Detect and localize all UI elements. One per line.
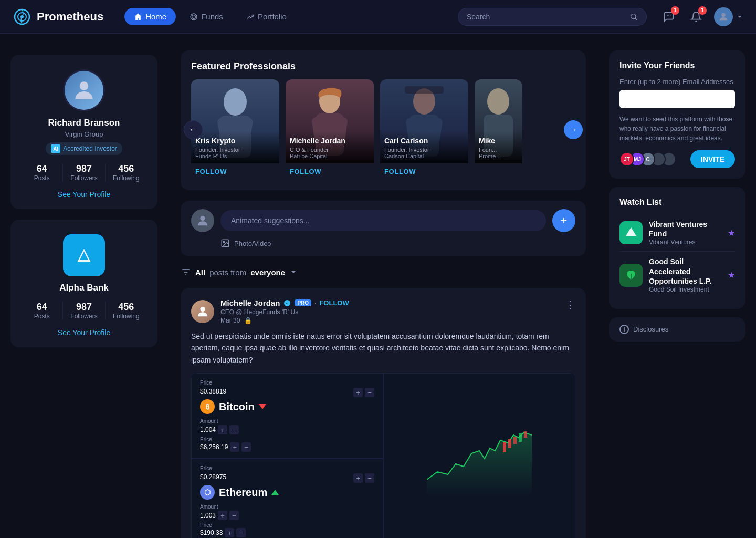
watchlist-card: Watch List Vibrant Ventures Fund Vibrant… [609, 187, 746, 309]
eth-amount-val: 1.003 [200, 512, 216, 519]
vibrant-ventures-icon [624, 225, 638, 240]
btc-price2-plus[interactable]: + [230, 442, 239, 452]
invite-email-input[interactable] [620, 90, 735, 108]
composer-top: + [191, 209, 575, 232]
watchlist-name-0: Vibrant Ventures Fund [649, 220, 721, 239]
btc-plus[interactable]: + [353, 388, 363, 397]
user-menu-button[interactable] [714, 7, 743, 26]
composer-plus-button[interactable]: + [552, 209, 575, 232]
svg-rect-23 [405, 86, 444, 94]
good-soil-icon [624, 268, 638, 283]
search-input[interactable] [467, 13, 625, 21]
profile-name: Richard Branson [48, 118, 120, 128]
svg-point-13 [80, 81, 89, 90]
featured-next-button[interactable]: → [564, 120, 583, 139]
pro-card-2[interactable]: Carl Carlson Founder, Investor Carlson C… [380, 79, 468, 180]
btc-amount-row: 1.004 + − [200, 425, 374, 434]
follow-button-1[interactable]: FOLLOW [286, 163, 326, 180]
composer-input[interactable] [220, 210, 546, 231]
svg-point-4 [192, 15, 196, 18]
header-right: 1 1 [659, 7, 743, 26]
btc-amount-plus[interactable]: + [218, 425, 227, 434]
profile-stats: 64 Posts 987 Followers 456 Following [21, 163, 147, 182]
svg-point-35 [200, 306, 205, 311]
eth-minus[interactable]: − [365, 473, 374, 483]
pro-overlay-0: Kris Krypto Founder, Investor Funds R' U… [191, 131, 279, 163]
btc-price2-label: Price [200, 437, 374, 442]
composer-avatar [191, 209, 214, 232]
alpha-see-profile-link[interactable]: See Your Profile [58, 328, 110, 337]
alpha-bank-logo [63, 234, 105, 276]
btc-minus[interactable]: − [365, 388, 374, 397]
verified-icon [283, 299, 291, 307]
btc-icon: ₿ [200, 399, 215, 414]
pro-card-3[interactable]: Mike Foun... Prome... [475, 79, 522, 180]
post-more-button[interactable]: ⋮ [565, 298, 575, 311]
featured-prev-button[interactable]: ← [184, 120, 203, 139]
home-icon [134, 13, 142, 21]
svg-point-14 [224, 88, 247, 116]
bell-badge: 1 [698, 6, 707, 15]
accredited-badge: AI Accredited Investor [46, 142, 122, 155]
filter-chevron-icon[interactable] [289, 268, 298, 276]
follow-button-2[interactable]: FOLLOW [380, 163, 420, 180]
svg-point-9 [667, 15, 668, 16]
eth-price2-minus[interactable]: − [236, 528, 246, 537]
profile-avatar [63, 69, 105, 111]
post-crypto-image: Price $0.38819 + − ₿ Bitcoin [191, 373, 575, 538]
notifications-button[interactable]: 1 [687, 7, 706, 26]
eth-plus[interactable]: + [353, 473, 363, 483]
eth-amount-row: 1.003 + − [200, 511, 374, 520]
btc-amount-label: Amount [200, 418, 374, 424]
nav-funds[interactable]: Funds [180, 8, 233, 25]
eth-amount-minus[interactable]: − [229, 511, 239, 520]
watchlist-star-0[interactable]: ★ [728, 228, 735, 238]
filter-all: All [195, 268, 205, 277]
portfolio-icon [246, 13, 255, 21]
btc-amount-minus[interactable]: − [229, 425, 239, 434]
pro-card-0[interactable]: Kris Krypto Founder, Investor Funds R' U… [191, 79, 279, 180]
svg-rect-38 [513, 437, 517, 444]
btc-price2-minus[interactable]: − [242, 442, 251, 452]
watchlist-item-0[interactable]: Vibrant Ventures Fund Vibrant Ventures ★ [620, 214, 735, 252]
btc-controls: + − [353, 388, 374, 397]
pro-title-0: Founder, Investor [195, 147, 275, 153]
eth-price-label: Price [200, 465, 374, 471]
post-author: Michelle Jordan PRO · FOLLOW CEO @ Hedge… [191, 298, 349, 324]
watchlist-star-1[interactable]: ★ [728, 270, 735, 280]
user-menu-chevron [736, 13, 743, 20]
alpha-stat-posts: 64 Posts [21, 302, 63, 320]
pro-card-1[interactable]: Michelle Jordan CIO & Founder Patrice Ca… [286, 79, 374, 180]
post-header: Michelle Jordan PRO · FOLLOW CEO @ Hedge… [191, 298, 575, 324]
svg-point-11 [670, 15, 671, 16]
pro-title-1: CIO & Founder [290, 147, 370, 153]
eth-price2-plus[interactable]: + [225, 528, 234, 537]
crypto-grid: Price $0.38819 + − ₿ Bitcoin [191, 373, 575, 538]
chat-button[interactable]: 1 [659, 7, 678, 26]
photo-video-label: Photo/Video [234, 240, 271, 247]
logo[interactable]: Prometheus [13, 7, 103, 26]
nav-home[interactable]: Home [124, 8, 176, 25]
main-nav: Home Funds Portfolio [124, 8, 458, 25]
composer-media-button[interactable]: Photo/Video [191, 239, 575, 248]
eth-controls: + − [353, 473, 374, 483]
pro-company-2: Carlson Capital [384, 153, 464, 159]
stat-posts: 64 Posts [21, 163, 63, 182]
see-profile-link[interactable]: See Your Profile [58, 190, 110, 199]
disclosures-card[interactable]: i Disclosures [609, 317, 746, 342]
watchlist-item-1[interactable]: Good Soil Accelerated Opportunities L.P.… [620, 252, 735, 298]
eth-amount-plus[interactable]: + [218, 511, 227, 520]
nav-portfolio[interactable]: Portfolio [237, 8, 296, 25]
pro-name-3: Mike [479, 137, 518, 146]
filter-everyone[interactable]: everyone [250, 268, 285, 277]
pro-card-img-3: Mike Foun... Prome... [475, 79, 522, 163]
featured-professionals-section: Featured Professionals ← [181, 50, 586, 190]
alpha-stat-following: 456 Following [106, 302, 147, 320]
pro-company-3: Prome... [479, 153, 518, 159]
invite-title: Invite Your Friends [620, 61, 735, 70]
search-bar[interactable] [458, 8, 647, 26]
post-follow-link[interactable]: FOLLOW [319, 299, 349, 307]
composer-user-icon [195, 213, 210, 228]
follow-button-0[interactable]: FOLLOW [191, 163, 231, 180]
invite-button[interactable]: INVITE [690, 150, 735, 168]
